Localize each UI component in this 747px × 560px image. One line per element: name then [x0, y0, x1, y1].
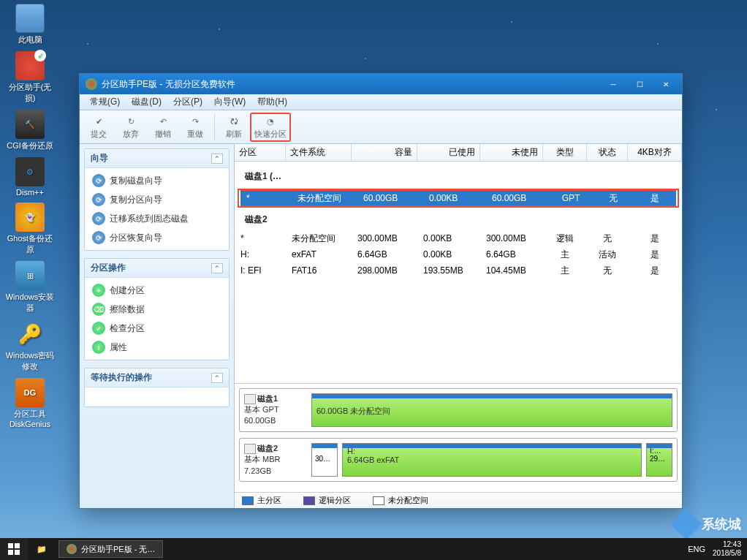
collapse-icon[interactable]: ⌃ [211, 154, 223, 164]
start-button[interactable] [0, 538, 28, 560]
commit-button[interactable]: ✔提交 [83, 113, 115, 142]
desktop-icon-partition-assistant[interactable]: 分区助手(无损) [4, 51, 56, 104]
discard-icon: ↻ [124, 114, 138, 129]
maximize-button[interactable]: ☐ [626, 75, 653, 93]
menu-general[interactable]: 常规(G) [84, 96, 126, 108]
menu-help[interactable]: 帮助(H) [251, 96, 293, 108]
disk2-label[interactable]: 磁盘2 [235, 209, 682, 230]
refresh-icon: 🗘 [227, 114, 241, 129]
disk2-visual[interactable]: 磁盘2 基本 MBR 7.23GB 30… H:6.64GB exFAT I:…… [239, 438, 678, 482]
system-tray: ENG 12:43 2018/5/8 [682, 538, 747, 560]
wizard-migrate-ssd[interactable]: ⟳迁移系统到固态磁盘 [89, 209, 224, 228]
partop-wipe[interactable]: ⌫擦除数据 [89, 300, 224, 319]
col-unused[interactable]: 未使用 [480, 144, 543, 161]
undo-button[interactable]: ↶撤销 [147, 113, 179, 142]
disk-icon [244, 444, 256, 454]
legend: 主分区 逻辑分区 未分配空间 [235, 492, 682, 508]
undo-icon: ↶ [156, 114, 170, 129]
partop-check[interactable]: ✓检查分区 [89, 319, 224, 338]
collapse-icon[interactable]: ⌃ [211, 373, 223, 383]
wizard-copy-partition[interactable]: ⟳复制分区向导 [89, 190, 224, 209]
disk1-segment-unallocated[interactable]: 60.00GB 未分配空间 [311, 393, 672, 427]
table-row[interactable]: * 未分配空间 60.00GB 0.00KB 60.00GB GPT 无 是 [240, 190, 676, 206]
tray-lang[interactable]: ENG [688, 545, 705, 553]
desktop-icon-windows-installer[interactable]: ⊞Windows安装器 [4, 261, 56, 314]
col-filesystem[interactable]: 文件系统 [286, 144, 352, 161]
redo-icon: ↷ [188, 114, 202, 129]
discard-button[interactable]: ↻放弃 [115, 113, 147, 142]
partop-create[interactable]: +创建分区 [89, 281, 224, 300]
windows-icon [8, 543, 20, 555]
col-type[interactable]: 类型 [543, 144, 587, 161]
disk2-seg-h[interactable]: H:6.64GB exFAT [342, 443, 642, 477]
svg-rect-2 [8, 550, 13, 555]
legend-primary: 主分区 [242, 495, 281, 506]
group-partops-header[interactable]: 分区操作 ⌃ [85, 259, 229, 278]
legend-logical: 逻辑分区 [303, 495, 351, 506]
partition-list[interactable]: 磁盘1 (… * 未分配空间 60.00GB 0.00KB 60.00GB GP… [235, 162, 682, 383]
left-panel: 向导 ⌃ ⟳复制磁盘向导 ⟳复制分区向导 ⟳迁移系统到固态磁盘 ⟳分区恢复向导 … [80, 144, 235, 508]
desktop-icon-ghost[interactable]: 👻Ghost备份还原 [4, 203, 56, 255]
svg-rect-3 [15, 550, 20, 555]
watermark-icon [671, 509, 702, 540]
titlebar[interactable]: 分区助手PE版 - 无损分区免费软件 ─ ☐ ✕ [80, 74, 682, 94]
disk-visual-area: 磁盘1 基本 GPT 60.00GB 60.00GB 未分配空间 磁盘2 基本 … [235, 383, 682, 492]
menu-wizard[interactable]: 向导(W) [208, 96, 251, 108]
desktop-icon-diskgenius[interactable]: DG分区工具DiskGenius [4, 378, 56, 428]
erase-icon: ⌫ [92, 303, 105, 316]
col-capacity[interactable]: 容量 [352, 144, 417, 161]
wizard-icon: ⟳ [92, 231, 105, 244]
col-4k[interactable]: 4KB对齐 [628, 144, 682, 161]
disk2-seg-unalloc[interactable]: 30… [311, 443, 338, 477]
col-used[interactable]: 已使用 [417, 144, 480, 161]
desktop-icon-this-pc[interactable]: 此电脑 [4, 4, 56, 45]
partition-assistant-window: 分区助手PE版 - 无损分区免费软件 ─ ☐ ✕ 常规(G) 磁盘(D) 分区(… [79, 73, 683, 509]
menubar: 常规(G) 磁盘(D) 分区(P) 向导(W) 帮助(H) [80, 94, 682, 110]
app-icon [86, 78, 97, 90]
disk-icon [244, 394, 256, 404]
partop-props[interactable]: i属性 [89, 338, 224, 357]
toolbar: ✔提交 ↻放弃 ↶撤销 ↷重做 🗘刷新 ◔快速分区 [80, 110, 682, 144]
group-pending-header[interactable]: 等待执行的操作 ⌃ [85, 368, 229, 387]
col-partition[interactable]: 分区 [235, 144, 286, 161]
group-wizard: 向导 ⌃ ⟳复制磁盘向导 ⟳复制分区向导 ⟳迁移系统到固态磁盘 ⟳分区恢复向导 [84, 148, 230, 251]
quick-partition-button[interactable]: ◔快速分区 [250, 113, 291, 142]
wizard-copy-disk[interactable]: ⟳复制磁盘向导 [89, 171, 224, 190]
redo-button[interactable]: ↷重做 [179, 113, 211, 142]
right-panel: 分区 文件系统 容量 已使用 未使用 类型 状态 4KB对齐 磁盘1 (… * … [235, 144, 682, 508]
table-row[interactable]: I: EFI FAT16 298.00MB 193.55MB 104.45MB … [235, 262, 682, 279]
check-icon: ✔ [91, 114, 106, 129]
wizard-icon: ⟳ [92, 174, 105, 187]
quick-partition-icon: ◔ [263, 114, 278, 129]
svg-rect-0 [8, 543, 13, 548]
disk2-seg-i[interactable]: I:…29… [646, 443, 672, 477]
disk1-label[interactable]: 磁盘1 (… [235, 166, 682, 187]
taskbar-app-partition-assistant[interactable]: 分区助手PE版 - 无… [58, 540, 163, 558]
divider [214, 114, 215, 140]
desktop-icon-cgi-backup[interactable]: 🔨CGI备份还原 [4, 110, 56, 151]
collapse-icon[interactable]: ⌃ [211, 263, 223, 273]
desktop-icon-dism[interactable]: ⚙Dism++ [4, 157, 56, 197]
menu-partition[interactable]: 分区(P) [167, 96, 208, 108]
wizard-recover-partition[interactable]: ⟳分区恢复向导 [89, 228, 224, 247]
svg-rect-1 [15, 543, 20, 548]
disk1-visual[interactable]: 磁盘1 基本 GPT 60.00GB 60.00GB 未分配空间 [239, 388, 678, 432]
wizard-icon: ⟳ [92, 193, 105, 206]
desktop-icons: 此电脑 分区助手(无损) 🔨CGI备份还原 ⚙Dism++ 👻Ghost备份还原… [0, 0, 60, 438]
plus-icon: + [92, 284, 105, 297]
col-status[interactable]: 状态 [587, 144, 628, 161]
table-row[interactable]: H: exFAT 6.64GB 0.00KB 6.64GB 主 活动 是 [235, 246, 682, 262]
minimize-button[interactable]: ─ [600, 75, 626, 93]
refresh-button[interactable]: 🗘刷新 [218, 113, 250, 142]
window-title: 分区助手PE版 - 无损分区免费软件 [102, 78, 235, 91]
table-row[interactable]: * 未分配空间 300.00MB 0.00KB 300.00MB 逻辑 无 是 [235, 230, 682, 246]
tray-clock[interactable]: 12:43 2018/5/8 [713, 540, 741, 558]
group-pending: 等待执行的操作 ⌃ [84, 368, 230, 407]
taskbar-file-explorer[interactable]: 📁 [28, 538, 56, 560]
watermark: 系统城 [675, 513, 741, 535]
group-wizard-header[interactable]: 向导 ⌃ [85, 149, 229, 168]
menu-disk[interactable]: 磁盘(D) [126, 96, 167, 108]
close-button[interactable]: ✕ [653, 75, 679, 93]
desktop-icon-windows-password[interactable]: 🔑Windows密码修改 [4, 319, 56, 372]
wizard-icon: ⟳ [92, 212, 105, 225]
